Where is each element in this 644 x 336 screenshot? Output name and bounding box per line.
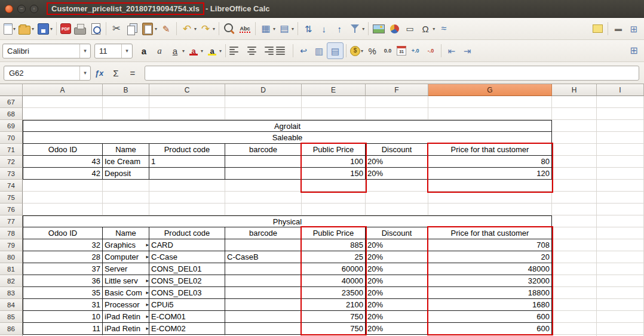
maximize-button-icon[interactable] [30, 5, 38, 13]
cell-B76[interactable] [103, 204, 149, 215]
underline-button[interactable]: a▾ [167, 43, 186, 58]
cell-E75[interactable] [302, 192, 366, 204]
cell-G74[interactable] [428, 180, 552, 192]
cell-H78[interactable] [552, 227, 597, 239]
cell-E68[interactable] [302, 108, 366, 120]
cell-C84[interactable]: CPUi5 [149, 299, 225, 311]
minimize-button-icon[interactable] [17, 5, 26, 13]
cell-D71[interactable]: barcode [225, 144, 302, 156]
cell-D80[interactable]: C-CaseB [225, 251, 302, 263]
cell-C83[interactable]: CONS_DEL03 [149, 287, 225, 299]
row-header-82[interactable]: 82 [0, 275, 23, 287]
cell-I78[interactable] [597, 227, 644, 239]
cell-G72[interactable]: 80 [428, 156, 552, 168]
cell-G85[interactable]: 600 [428, 311, 552, 323]
cell-A72[interactable]: 43 [23, 156, 103, 168]
row-header-85[interactable]: 85 [0, 311, 23, 323]
cell-F86[interactable]: 20% [366, 323, 428, 335]
cell-I71[interactable] [597, 144, 644, 156]
name-box-dropdown-icon[interactable]: ▾ [79, 66, 90, 80]
row-header-81[interactable]: 81 [0, 263, 23, 275]
cell-F71[interactable]: Discount [366, 144, 428, 156]
cell-I84[interactable] [597, 299, 644, 311]
row-header-68[interactable]: 68 [0, 108, 23, 120]
insert-textbox-button[interactable]: ▭ [402, 21, 418, 36]
cell-I69[interactable] [597, 120, 644, 132]
cell-F67[interactable] [366, 96, 428, 108]
cell-D68[interactable] [225, 108, 302, 120]
cell-A67[interactable] [23, 96, 103, 108]
row-header-84[interactable]: 84 [0, 299, 23, 311]
cell-E72[interactable]: 100 [302, 156, 366, 168]
format-currency-dropdown-icon[interactable]: ▾ [361, 48, 363, 54]
cell-A70[interactable]: Saleable [23, 132, 552, 144]
row-header-78[interactable]: 78 [0, 227, 23, 239]
cell-I82[interactable] [597, 275, 644, 287]
cell-D83[interactable] [225, 287, 302, 299]
font-name-combo[interactable]: Calibri▾ [2, 44, 91, 58]
cell-A75[interactable] [23, 192, 103, 204]
cell-I85[interactable] [597, 311, 644, 323]
cell-B78[interactable]: Name [103, 227, 149, 239]
cell-E81[interactable]: 60000 [302, 263, 366, 275]
cell-E74[interactable] [302, 180, 366, 192]
cell-A85[interactable]: 10 [23, 311, 103, 323]
underline-dropdown-icon[interactable]: ▾ [182, 48, 185, 54]
cell-B72[interactable]: Ice Cream [103, 156, 149, 168]
cell-D79[interactable] [225, 239, 302, 251]
cell-I72[interactable] [597, 156, 644, 168]
cell-C85[interactable]: E-COM01 [149, 311, 225, 323]
sort-descending-button[interactable]: ↑ [332, 21, 347, 36]
cell-G82[interactable]: 32000 [428, 275, 552, 287]
cell-B84[interactable]: Processor▸ [103, 299, 149, 311]
column-header-H[interactable]: H [552, 84, 597, 96]
cell-A71[interactable]: Odoo ID [23, 144, 103, 156]
sum-icon[interactable]: Σ [108, 65, 124, 81]
cell-D72[interactable] [225, 156, 302, 168]
cell-A84[interactable]: 31 [23, 299, 103, 311]
cell-H79[interactable] [552, 239, 597, 251]
cell-C80[interactable]: C-Case [149, 251, 225, 263]
font-color-dropdown-icon[interactable]: ▾ [201, 48, 203, 54]
font-name-dropdown-icon[interactable]: ▾ [79, 44, 90, 58]
cell-I77[interactable] [597, 215, 644, 227]
row-header-83[interactable]: 83 [0, 287, 23, 299]
italic-button[interactable]: a [152, 43, 167, 58]
cell-I73[interactable] [597, 168, 644, 180]
cell-H72[interactable] [552, 156, 597, 168]
cell-I80[interactable] [597, 251, 644, 263]
close-button-icon[interactable] [5, 5, 13, 13]
cell-C86[interactable]: E-COM02 [149, 323, 225, 335]
delete-decimal-button[interactable]: -.0 [423, 43, 438, 58]
row-header-86[interactable]: 86 [0, 323, 23, 335]
cell-D75[interactable] [225, 192, 302, 204]
cell-I74[interactable] [597, 180, 644, 192]
insert-chart-button[interactable] [387, 21, 402, 36]
print-preview-button[interactable] [88, 21, 103, 36]
cell-A77[interactable]: Physical [23, 215, 552, 227]
autofilter-button[interactable]: ▾ [347, 21, 366, 36]
cell-A76[interactable] [23, 204, 103, 215]
find-replace-button[interactable] [222, 21, 237, 36]
row-header-79[interactable]: 79 [0, 239, 23, 251]
equals-icon[interactable]: = [125, 65, 140, 81]
cell-B75[interactable] [103, 192, 149, 204]
align-left-button[interactable] [228, 43, 244, 58]
column-header-A[interactable]: A [23, 84, 103, 96]
cell-C67[interactable] [149, 96, 225, 108]
cell-B82[interactable]: Little serv▸ [103, 275, 149, 287]
cell-D86[interactable] [225, 323, 302, 335]
cell-G68[interactable] [428, 108, 552, 120]
cell-A81[interactable]: 37 [23, 263, 103, 275]
cell-I79[interactable] [597, 239, 644, 251]
cell-I83[interactable] [597, 287, 644, 299]
cell-A82[interactable]: 36 [23, 275, 103, 287]
merge-center-button[interactable]: ▤ [327, 42, 344, 59]
cell-A83[interactable]: 35 [23, 287, 103, 299]
headers-footers-button[interactable]: ▬ [611, 21, 626, 36]
name-box[interactable]: G62 ▾ [4, 66, 91, 81]
row-header-77[interactable]: 77 [0, 215, 23, 227]
new-dropdown-icon[interactable]: ▾ [13, 26, 16, 32]
cell-E83[interactable]: 23500 [302, 287, 366, 299]
cell-B68[interactable] [103, 108, 149, 120]
